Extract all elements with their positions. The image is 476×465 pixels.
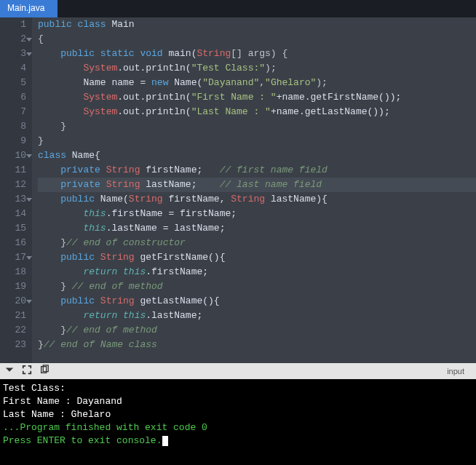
expand-icon[interactable]: [22, 365, 32, 378]
line-number: 5: [0, 76, 26, 90]
line-number: 1: [0, 17, 26, 32]
keyword: this: [83, 223, 106, 234]
console-toolbar: input: [0, 363, 476, 379]
comment: // last name field: [220, 179, 322, 190]
code-area[interactable]: public class Main { public static void m…: [32, 17, 476, 363]
line-gutter: 1234567891011121314151617181920212223: [0, 17, 32, 363]
identifier: +name.getFirstName());: [277, 92, 402, 103]
cursor-icon: [162, 436, 168, 446]
indent: [38, 63, 83, 73]
line-number: 2: [0, 32, 26, 47]
identifier: getLastName(){: [135, 295, 220, 306]
brace: }: [38, 121, 66, 132]
identifier: .lastName;: [146, 310, 202, 321]
comment: // end of method: [66, 325, 157, 335]
line-number: 13: [0, 192, 26, 207]
line-number: 11: [0, 163, 26, 178]
console-output[interactable]: Test Class:First Name : DayanandLast Nam…: [0, 379, 476, 465]
identifier: .out.println(: [117, 106, 191, 117]
console-line: Test Class:: [3, 382, 473, 395]
console-line: Last Name : Ghelaro: [3, 408, 473, 421]
keyword: public class: [38, 19, 106, 30]
type: String: [106, 164, 140, 175]
indent: [38, 310, 83, 321]
comment: // end of Name class: [44, 339, 157, 350]
identifier: .firstName;: [146, 266, 208, 277]
identifier: lastName){: [265, 194, 328, 204]
identifier: .lastName = lastName;: [106, 223, 226, 234]
indent: [38, 223, 83, 234]
keyword: new: [151, 77, 168, 88]
identifier: Name name =: [38, 77, 151, 88]
identifier: getFirstName(){: [135, 252, 226, 263]
line-number: 9: [0, 134, 26, 148]
comment: // first name field: [220, 164, 328, 175]
brace: }: [38, 281, 72, 292]
line-number: 22: [0, 323, 26, 338]
keyword: private: [38, 179, 106, 190]
keyword: public: [38, 252, 100, 263]
line-number: 19: [0, 279, 26, 294]
line-number: 16: [0, 236, 26, 250]
line-number: 20: [0, 294, 26, 309]
identifier: .out.println(: [117, 92, 191, 103]
console-line: ...Program finished with exit code 0: [3, 421, 473, 434]
keyword: class: [38, 150, 66, 161]
identifier: firstName,: [163, 194, 231, 204]
type: String: [231, 194, 265, 204]
string: "Dayanand": [202, 77, 259, 88]
brace: }: [38, 339, 44, 350]
type: System: [83, 106, 117, 117]
string: "Last Name : ": [191, 106, 271, 117]
indent: [38, 208, 83, 219]
line-number: 17: [0, 250, 26, 265]
type: System: [83, 92, 117, 103]
type: String: [106, 179, 140, 190]
indent: [38, 92, 83, 103]
identifier: Name(: [95, 194, 129, 204]
code-editor[interactable]: 1234567891011121314151617181920212223 pu…: [0, 17, 476, 363]
line-number: 8: [0, 119, 26, 134]
line-number: 21: [0, 309, 26, 323]
copy-icon[interactable]: [39, 365, 49, 378]
identifier: firstName;: [140, 164, 219, 175]
identifier: lastName;: [140, 179, 219, 190]
chevron-down-icon[interactable]: [4, 365, 15, 378]
identifier: Main: [106, 19, 135, 30]
line-number: 14: [0, 207, 26, 221]
line-number: 4: [0, 61, 26, 76]
brace: }: [38, 325, 66, 335]
identifier: main(: [163, 48, 197, 59]
comment: // end of method: [72, 281, 163, 292]
identifier: +name.getLastName());: [271, 106, 390, 117]
line-number: 18: [0, 265, 26, 279]
line-number: 10: [0, 148, 26, 163]
tab-main-java[interactable]: Main.java: [0, 0, 57, 17]
keyword: public static void: [38, 48, 163, 59]
keyword: return this: [83, 266, 146, 277]
string: "Ghelaro": [265, 77, 316, 88]
line-number: 6: [0, 90, 26, 105]
type: String: [100, 295, 135, 306]
identifier: Name{: [66, 150, 100, 161]
keyword: this: [83, 208, 106, 219]
comment: // end of constructor: [66, 237, 186, 248]
keyword: return this: [83, 310, 146, 321]
line-number: 7: [0, 105, 26, 119]
punct: );: [316, 77, 328, 88]
console-line: First Name : Dayanand: [3, 395, 473, 408]
brace: }: [38, 135, 44, 146]
string: "First Name : ": [191, 92, 277, 103]
type: String: [100, 252, 135, 263]
identifier: .firstName = firstName;: [106, 208, 237, 219]
console-prompt: Press ENTER to exit console.: [3, 434, 473, 448]
keyword: public: [38, 295, 100, 306]
keyword: private: [38, 164, 106, 175]
brace: {: [38, 33, 44, 44]
line-number: 12: [0, 178, 26, 192]
string: "Test Class:": [191, 63, 265, 73]
input-label: input: [447, 367, 464, 375]
line-number: 15: [0, 221, 26, 236]
line-number: 3: [0, 47, 26, 61]
indent: [38, 106, 83, 117]
